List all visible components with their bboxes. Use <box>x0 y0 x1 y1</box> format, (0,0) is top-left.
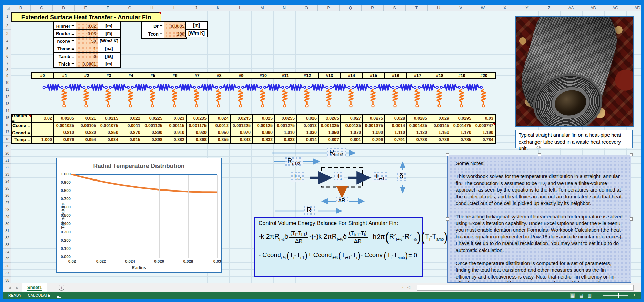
value-cell[interactable]: 0.801 <box>341 136 363 144</box>
param-cell[interactable]: hconv = <box>54 37 76 45</box>
photo-caption-box[interactable]: Typical straight annular fin on a heat-p… <box>515 130 633 148</box>
column-header-V[interactable]: V <box>450 5 472 11</box>
column-header-L[interactable]: L <box>229 5 251 11</box>
column-header-D[interactable]: D <box>53 5 75 11</box>
value-cell[interactable]: 1.010 <box>274 129 296 136</box>
row-header-21[interactable]: 21 <box>3 157 11 164</box>
value-cell[interactable]: 0.00145 <box>429 122 451 129</box>
column-header-K[interactable]: K <box>207 5 229 11</box>
value-cell[interactable]: 0.001425 <box>407 122 429 129</box>
value-cell[interactable]: 1.150 <box>429 129 451 136</box>
node-header-12[interactable]: #12 <box>296 73 319 78</box>
value-cell[interactable]: 0.990 <box>252 129 274 136</box>
value-cell[interactable]: 0.850 <box>98 129 120 136</box>
column-header-AC[interactable]: AC <box>604 5 626 11</box>
column-header-S[interactable]: S <box>384 5 406 11</box>
value-cell[interactable]: 0.823 <box>274 136 296 144</box>
value-cell[interactable]: 0.001325 <box>319 122 341 129</box>
value-cell[interactable] <box>32 122 54 129</box>
value-cell[interactable]: 0.934 <box>98 136 120 144</box>
column-header-T[interactable]: T <box>406 5 428 11</box>
node-header-17[interactable]: #17 <box>407 73 429 78</box>
value-cell[interactable]: 0.814 <box>296 136 319 144</box>
row-label[interactable]: Ccond = <box>12 129 32 136</box>
node-header-4[interactable]: #4 <box>120 73 142 78</box>
value-cell[interactable]: 0.0012 <box>208 122 230 129</box>
column-header-Y[interactable]: Y <box>516 5 538 11</box>
row-label[interactable]: Radius = <box>12 115 32 122</box>
value-cell[interactable]: 0.0205 <box>54 115 76 122</box>
value-cell[interactable]: 0.0013 <box>296 122 319 129</box>
column-header-J[interactable]: J <box>185 5 207 11</box>
fin-photo[interactable] <box>515 16 634 127</box>
value-cell[interactable]: 0.810 <box>54 129 76 136</box>
value-cell[interactable]: 1.130 <box>407 129 429 136</box>
value-cell[interactable]: 0.898 <box>142 136 164 144</box>
hscroll-left-icon[interactable]: ◁ <box>407 285 410 289</box>
value-cell[interactable]: 0.855 <box>208 136 230 144</box>
value-cell[interactable]: 1.190 <box>473 129 495 136</box>
selection-handle[interactable] <box>630 217 633 221</box>
value-cell[interactable]: 0.976 <box>54 136 76 144</box>
param-input-cell[interactable]: 0.0001 <box>76 60 98 68</box>
tab-overflow-icon[interactable]: ⋮ <box>401 285 405 290</box>
param-cell[interactable]: [m] <box>98 22 120 30</box>
param-cell[interactable]: [na] <box>98 52 120 60</box>
row-header-2[interactable]: 2 <box>3 21 11 30</box>
param-cell[interactable]: [m] <box>98 30 120 37</box>
param-input-cell[interactable]: 50 <box>76 37 98 45</box>
status-calculate[interactable]: CALCULATE <box>28 293 51 298</box>
column-header-N[interactable]: N <box>273 5 295 11</box>
value-cell[interactable]: 0.000747 <box>473 122 495 129</box>
param-input-cell[interactable]: 0.0005 <box>164 22 186 30</box>
horizontal-scrollbar[interactable] <box>417 285 634 291</box>
value-cell[interactable]: 0.882 <box>164 136 186 144</box>
value-cell[interactable]: 0.785 <box>451 136 473 144</box>
row-header-13[interactable]: 13 <box>3 100 11 107</box>
row-header-1[interactable]: 1 <box>3 11 11 21</box>
selection-handle[interactable] <box>446 153 449 156</box>
selection-handle[interactable] <box>538 153 541 156</box>
value-cell[interactable]: 0.001375 <box>363 122 385 129</box>
column-header-AA[interactable]: AA <box>560 5 582 11</box>
param-cell[interactable]: [m] <box>185 21 208 29</box>
value-cell[interactable]: 0.843 <box>230 136 252 144</box>
row-header-3[interactable]: 3 <box>3 30 11 37</box>
page-layout-view-icon[interactable]: ▤ <box>579 293 583 298</box>
node-header-3[interactable]: #3 <box>98 73 120 78</box>
param-cell[interactable]: Dr = <box>142 22 164 30</box>
row-header-5[interactable]: 5 <box>3 45 11 52</box>
node-header-16[interactable]: #16 <box>385 73 407 78</box>
param-input-cell[interactable]: 0.03 <box>76 30 98 37</box>
add-sheet-button[interactable]: + <box>59 285 64 291</box>
row-header-29[interactable]: 29 <box>3 213 11 220</box>
row-header-7[interactable]: 7 <box>3 60 11 67</box>
value-cell[interactable]: 0.00125 <box>252 122 274 129</box>
value-cell[interactable]: 0.830 <box>76 129 98 136</box>
row-header-10[interactable]: 10 <box>3 79 11 86</box>
value-cell[interactable]: 0.0295 <box>451 115 473 122</box>
value-cell[interactable]: 0.970 <box>230 129 252 136</box>
node-header-20[interactable]: #20 <box>473 73 495 78</box>
param-cell[interactable]: [na] <box>98 45 120 52</box>
workbook-title-cell[interactable]: Extended Surface Heat Transfer - Annular… <box>11 12 161 22</box>
row-header-37[interactable]: 37 <box>3 270 11 276</box>
value-cell[interactable]: 0.870 <box>120 129 142 136</box>
page-break-view-icon[interactable]: ▥ <box>587 293 591 298</box>
column-header-B[interactable]: B <box>11 5 31 11</box>
selection-handle[interactable] <box>630 153 633 156</box>
node-header-1[interactable]: #1 <box>54 73 76 78</box>
row-header-28[interactable]: 28 <box>3 206 11 213</box>
param-input-cell[interactable]: 200 <box>164 30 186 38</box>
column-header-P[interactable]: P <box>318 5 340 11</box>
value-cell[interactable]: 0.001025 <box>54 122 76 129</box>
row-header-20[interactable]: 20 <box>3 150 11 157</box>
node-header-2[interactable]: #2 <box>76 73 98 78</box>
row-header-19[interactable]: 19 <box>3 143 11 149</box>
value-cell[interactable]: 0.0265 <box>319 115 341 122</box>
node-header-11[interactable]: #11 <box>274 73 296 78</box>
column-header-U[interactable]: U <box>428 5 450 11</box>
value-cell[interactable]: 0.796 <box>363 136 385 144</box>
value-cell[interactable]: 1.110 <box>385 129 407 136</box>
node-header-13[interactable]: #13 <box>319 73 341 78</box>
